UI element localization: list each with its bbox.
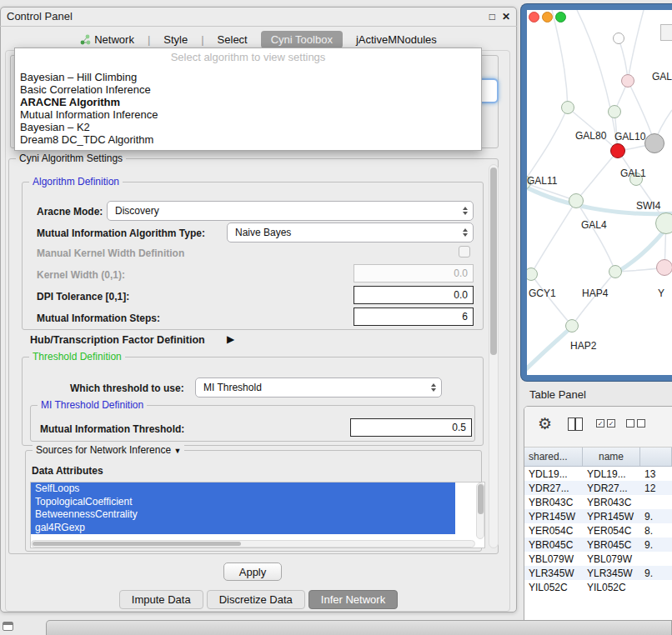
which-threshold-label: Which threshold to use: xyxy=(70,382,184,394)
algorithm-option[interactable]: Basic Correlation Inference xyxy=(15,83,481,96)
tab-infer-network[interactable]: Infer Network xyxy=(308,590,398,609)
network-node[interactable] xyxy=(656,259,672,276)
column-header[interactable] xyxy=(640,448,672,466)
network-node[interactable] xyxy=(561,101,574,114)
sources-group-title[interactable]: Sources for Network Inference ▼ xyxy=(33,444,184,456)
node-label: GAL1 xyxy=(620,168,646,179)
combo-arrows-icon xyxy=(431,383,436,392)
algorithm-option-selected[interactable]: ARACNE Algorithm xyxy=(15,96,481,108)
network-edges xyxy=(527,10,672,373)
tab-style[interactable]: Style xyxy=(158,31,193,48)
table-row[interactable]: YLR345WYLR345W9. xyxy=(524,566,672,580)
kernel-width-label: Kernel Width (0,1): xyxy=(37,269,125,281)
tab-cyni-toolbox[interactable]: Cyni Toolbox xyxy=(261,31,343,48)
zoom-window-button[interactable] xyxy=(555,12,566,22)
network-node[interactable] xyxy=(621,74,634,88)
network-node[interactable] xyxy=(655,212,672,234)
algorithm-option[interactable]: Mutual Information Inference xyxy=(15,108,481,121)
close-window-button[interactable] xyxy=(529,12,539,22)
panel-window-icon[interactable] xyxy=(3,622,13,631)
column-header[interactable]: shared... xyxy=(524,448,583,466)
screen: Control Panel □ ✕ Network | Style | Sele… xyxy=(0,0,672,635)
control-panel-titlebar[interactable]: Control Panel □ ✕ xyxy=(0,7,517,27)
node-label: GAL80 xyxy=(575,130,606,142)
hub-expand-arrow-icon[interactable]: ▶ xyxy=(227,333,234,345)
columns-icon[interactable] xyxy=(568,418,583,431)
network-node[interactable] xyxy=(569,193,584,208)
algorithm-option[interactable]: Dream8 DC_TDC Algorithm xyxy=(15,133,481,146)
minimize-window-button[interactable] xyxy=(542,12,553,22)
tab-discretize-data[interactable]: Discretize Data xyxy=(207,590,305,609)
attribute-item-selected[interactable]: BetweennessCentrality xyxy=(31,508,455,522)
list-hscrollbar-thumb[interactable] xyxy=(33,542,241,546)
manual-kernel-width-checkbox[interactable] xyxy=(459,246,470,258)
dropdown-placeholder: Select algorithm to view settings xyxy=(15,51,481,64)
attribute-item-selected[interactable]: TopologicalCoefficient xyxy=(31,496,455,509)
manual-kernel-width-label: Manual Kernel Width Definition xyxy=(37,248,184,259)
apply-button[interactable]: Apply xyxy=(223,562,282,581)
table-row[interactable]: YBR043CYBR043C xyxy=(524,495,672,509)
algorithm-option[interactable]: Bayesian – Hill Climbing xyxy=(15,71,481,83)
table-row[interactable]: YDR27...YDR27...12 xyxy=(524,481,672,495)
tab-select[interactable]: Select xyxy=(213,31,253,48)
list-vscrollbar-thumb[interactable] xyxy=(478,484,484,514)
settings-scrollbar-thumb[interactable] xyxy=(490,168,497,355)
node-label: GAL8 xyxy=(652,71,672,82)
node-label: HAP4 xyxy=(582,288,608,299)
mi-algorithm-type-label: Mutual Information Algorithm Type: xyxy=(37,228,205,239)
dpi-tolerance-field[interactable]: 0.0 xyxy=(354,286,474,304)
aracne-mode-combobox[interactable]: Discovery xyxy=(107,201,474,221)
table-row[interactable]: YER054CYER054C8. xyxy=(524,523,672,538)
tab-jactivemodules[interactable]: jActiveMNodules xyxy=(351,31,442,48)
mi-threshold-field[interactable]: 0.5 xyxy=(350,418,472,437)
show-columns-icon[interactable]: ✓ ✓ xyxy=(596,419,615,428)
network-node[interactable] xyxy=(609,265,622,278)
network-node[interactable] xyxy=(613,32,624,44)
attribute-item-selected[interactable]: gal4RGexp xyxy=(31,522,455,535)
node-label: SWI4 xyxy=(636,200,660,212)
network-node[interactable] xyxy=(644,133,664,153)
close-icon[interactable]: ✕ xyxy=(502,11,510,22)
table-row[interactable]: YBL079WYBL079W xyxy=(524,552,672,566)
hide-columns-icon[interactable] xyxy=(626,419,645,428)
node-label: GCY1 xyxy=(529,288,556,299)
tab-network[interactable]: Network xyxy=(75,31,139,48)
data-attributes-list[interactable]: SelfLoops TopologicalCoefficient Between… xyxy=(30,482,485,548)
table-row[interactable]: YDL19...YDL19...13 xyxy=(524,467,672,481)
kernel-width-field[interactable]: 0.0 xyxy=(354,264,474,282)
algorithm-option[interactable]: Bayesian – K2 xyxy=(15,121,481,133)
network-canvas[interactable]: GAL8 GAL80 GAL10 GAL11 GAL1 SWI4 GAL4 GC… xyxy=(527,10,672,373)
mi-steps-field[interactable]: 6 xyxy=(354,308,474,326)
mi-algorithm-type-combobox[interactable]: Naive Bayes xyxy=(227,222,474,242)
network-node-selected[interactable] xyxy=(610,143,625,158)
float-window-icon[interactable]: □ xyxy=(489,11,495,22)
status-bar xyxy=(46,620,672,635)
which-threshold-combobox[interactable]: MI Threshold xyxy=(195,378,442,398)
table-toolbar: ⚙ ✓ ✓ xyxy=(524,407,672,448)
mi-steps-label: Mutual Information Steps: xyxy=(37,312,160,324)
aracne-mode-label: Aracne Mode: xyxy=(37,206,103,218)
tab-separator: | xyxy=(148,33,150,46)
window-title: Control Panel xyxy=(7,10,73,22)
table-panel-title: Table Panel xyxy=(529,388,586,401)
tab-impute-data[interactable]: Impute Data xyxy=(119,590,203,609)
network-node[interactable] xyxy=(608,105,621,118)
bottom-tab-bar: Impute Data Discretize Data Infer Networ… xyxy=(0,590,517,609)
node-label: HAP2 xyxy=(570,340,596,352)
data-attributes-label: Data Attributes xyxy=(32,465,103,477)
table-row[interactable]: YPR145WYPR145W9. xyxy=(524,509,672,523)
threshold-definition-title: Threshold Definition xyxy=(29,351,125,362)
column-header[interactable]: name xyxy=(583,448,640,466)
attribute-item-selected[interactable]: SelfLoops xyxy=(31,482,455,496)
table-row[interactable]: YIL052CYIL052C xyxy=(524,580,672,594)
table-row[interactable]: YBR045CYBR045C9. xyxy=(524,538,672,552)
combo-arrows-icon xyxy=(463,207,468,215)
network-node[interactable] xyxy=(565,319,579,332)
sources-collapse-arrow-icon[interactable]: ▼ xyxy=(173,447,181,455)
gear-icon[interactable]: ⚙ xyxy=(538,414,552,433)
settings-group-title: Cyni Algorithm Settings xyxy=(16,152,126,164)
cutoff-widget xyxy=(660,24,672,41)
hub-section-label[interactable]: Hub/Transcription Factor Definition xyxy=(30,334,205,346)
tab-label: Network xyxy=(94,33,134,46)
tab-bar: Network | Style | Select Cyni Toolbox jA… xyxy=(8,30,509,48)
